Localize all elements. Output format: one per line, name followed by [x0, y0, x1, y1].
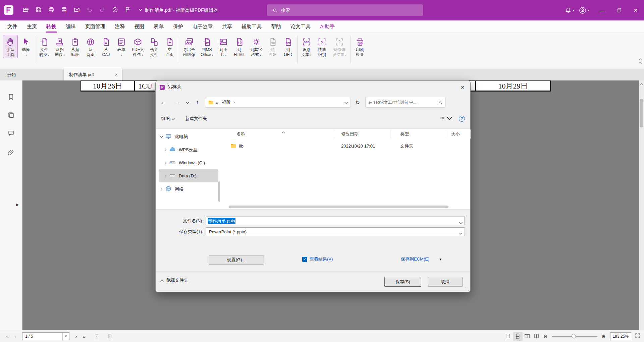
- column-header-大小[interactable]: 大小: [446, 129, 471, 139]
- ribbon-form[interactable]: 表单▾: [114, 35, 129, 59]
- ribbon-collapse-button[interactable]: [639, 58, 642, 64]
- column-header-类型[interactable]: 类型: [390, 129, 446, 139]
- ribbon-to-html[interactable]: 到HTML: [231, 35, 247, 58]
- next-view-button[interactable]: [105, 332, 114, 340]
- scroll-up-icon[interactable]: [640, 81, 643, 86]
- menu-item-保护[interactable]: 保护: [168, 20, 188, 33]
- ribbon-from-web[interactable]: 从网页: [83, 35, 98, 58]
- ribbon-export-all-images[interactable]: 导出全部图像: [181, 35, 198, 58]
- hide-folders-button[interactable]: 隐藏文件夹: [160, 277, 188, 283]
- quick-print-button[interactable]: [58, 4, 70, 16]
- zoom-slider-thumb[interactable]: [572, 334, 576, 338]
- comments-panel-button[interactable]: [0, 127, 22, 139]
- menu-item-电子签章[interactable]: 电子签章: [188, 20, 217, 33]
- next-page-button[interactable]: ›: [72, 333, 80, 339]
- ribbon-from-scanner[interactable]: 从扫描仪▾: [52, 35, 67, 59]
- ribbon-from-clipboard[interactable]: 从剪贴板: [68, 35, 83, 58]
- notifications-button[interactable]: ▾: [565, 7, 575, 14]
- zoom-in-button[interactable]: ⊕: [599, 333, 608, 339]
- save-button[interactable]: 保存(S): [384, 277, 421, 287]
- page-dropdown-icon[interactable]: ▼: [62, 333, 69, 340]
- last-page-button[interactable]: »: [80, 333, 88, 339]
- address-dropdown-icon[interactable]: [344, 100, 348, 105]
- tree-item-wps-cloud[interactable]: WPS云盘: [159, 143, 218, 156]
- global-search-box[interactable]: 搜索: [267, 4, 423, 16]
- first-page-button[interactable]: «: [3, 333, 11, 339]
- view-options-button[interactable]: [440, 116, 452, 122]
- minimize-button[interactable]: —: [594, 0, 610, 20]
- scrollbar-thumb[interactable]: [640, 99, 643, 127]
- tree-item-windows-c[interactable]: Windows (C:): [159, 156, 218, 169]
- menu-item-表单[interactable]: 表单: [149, 20, 168, 33]
- ribbon-hand-tool[interactable]: 手型工具: [3, 35, 18, 58]
- menu-item-页面管理[interactable]: 页面管理: [80, 20, 110, 33]
- recent-locations-icon[interactable]: [186, 100, 189, 105]
- book-view-button[interactable]: [532, 332, 541, 341]
- menu-item-AI助手[interactable]: AI助手: [315, 20, 339, 33]
- menu-item-辅助工具[interactable]: 辅助工具: [237, 20, 266, 33]
- refresh-button[interactable]: ↻: [356, 99, 360, 106]
- prev-view-button[interactable]: [92, 332, 101, 340]
- facing-view-button[interactable]: [523, 332, 532, 341]
- breadcrumb-collapsed[interactable]: «: [216, 100, 218, 105]
- tree-scrollbar-thumb[interactable]: [218, 181, 220, 202]
- panel-expand-handle[interactable]: ▶: [16, 203, 19, 207]
- ribbon-to-other-format[interactable]: 到其它格式▾: [248, 35, 265, 59]
- account-button[interactable]: ▾: [579, 7, 589, 14]
- file-row-lib[interactable]: lib2022/10/20 17:01文件夹: [222, 141, 470, 151]
- address-bar[interactable]: « 福昕 ›: [205, 97, 351, 108]
- breadcrumb-folder[interactable]: 福昕: [222, 99, 231, 105]
- prev-page-button[interactable]: ‹: [11, 333, 19, 339]
- restore-button[interactable]: [610, 0, 627, 20]
- ribbon-to-ms-office[interactable]: W到MSOffice▾: [198, 35, 215, 59]
- ribbon-from-caj[interactable]: 从CAJ: [99, 35, 113, 58]
- ribbon-recognize-text[interactable]: OCR识别文本▾: [299, 35, 314, 59]
- menu-item-帮助[interactable]: 帮助: [266, 20, 286, 33]
- chevron-down-icon[interactable]: [459, 220, 463, 225]
- menu-item-论文工具[interactable]: 论文工具: [286, 20, 315, 33]
- menu-item-文件[interactable]: 文件: [3, 20, 22, 33]
- back-button[interactable]: ←: [161, 99, 167, 106]
- forward-button[interactable]: →: [175, 99, 180, 106]
- column-header-修改日期[interactable]: 修改日期: [335, 129, 390, 139]
- menu-item-共享[interactable]: 共享: [217, 20, 237, 33]
- document-scrollbar[interactable]: [639, 80, 644, 330]
- ribbon-to-ofd[interactable]: OFD到OFD: [281, 35, 296, 58]
- chevron-right-icon[interactable]: [159, 187, 164, 191]
- chevron-right-icon[interactable]: [163, 148, 168, 152]
- hscrollbar-thumb[interactable]: [229, 206, 448, 208]
- dialog-close-button[interactable]: ✕: [455, 81, 470, 94]
- cancel-button[interactable]: 取消: [428, 277, 463, 287]
- ribbon-combine-files[interactable]: 合并文件: [147, 35, 162, 58]
- email-button[interactable]: [70, 4, 83, 16]
- ink-sign-button[interactable]: [109, 4, 121, 16]
- chevron-down-icon[interactable]: [159, 136, 164, 138]
- zoom-level-box[interactable]: 183.25%: [610, 332, 631, 340]
- file-list-hscrollbar[interactable]: [222, 205, 469, 209]
- chevron-down-icon[interactable]: ▼: [439, 258, 442, 261]
- bookmarks-panel-button[interactable]: [0, 91, 22, 103]
- menu-item-转换[interactable]: 转换: [42, 20, 61, 33]
- resize-grip[interactable]: ⋱: [465, 287, 469, 291]
- page-number-box[interactable]: 1 / 5 ▼: [22, 332, 69, 340]
- redo-button[interactable]: [96, 4, 109, 16]
- ribbon-pdf-portfolio[interactable]: PDF文件包▾: [129, 35, 146, 59]
- zoom-out-button[interactable]: ⊖: [541, 333, 550, 339]
- open-button[interactable]: [19, 4, 32, 16]
- zoom-slider[interactable]: [552, 332, 597, 340]
- up-button[interactable]: ↑: [196, 99, 199, 106]
- menu-item-注释[interactable]: 注释: [110, 20, 129, 33]
- close-button[interactable]: ✕: [627, 0, 644, 20]
- whats-new-button[interactable]: [121, 4, 134, 16]
- menu-item-主页[interactable]: 主页: [22, 20, 42, 33]
- organize-button[interactable]: 组织: [161, 116, 175, 122]
- column-header-名称[interactable]: 名称: [222, 129, 335, 139]
- tab-start[interactable]: 开始: [0, 69, 64, 80]
- continuous-view-button[interactable]: [513, 332, 523, 341]
- new-folder-button[interactable]: 新建文件夹: [185, 116, 207, 122]
- ribbon-select-tool[interactable]: 选择▾: [18, 35, 33, 59]
- filetype-select[interactable]: PowerPoint (*.pptx): [206, 227, 465, 236]
- tab-document[interactable]: 制作清单.pdf ×: [64, 69, 123, 80]
- undo-button[interactable]: [83, 4, 96, 16]
- filename-input[interactable]: 制作清单.pptx: [206, 217, 465, 225]
